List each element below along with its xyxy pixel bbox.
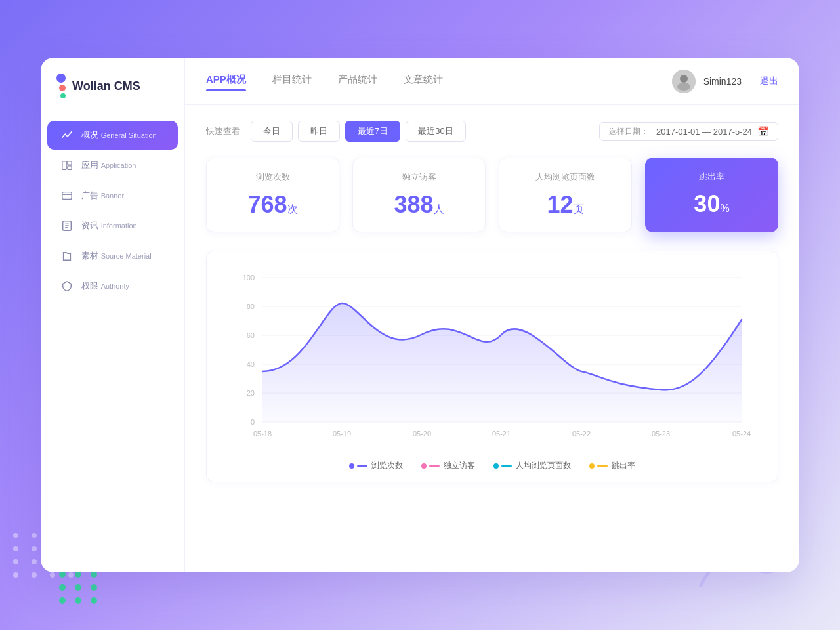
date-range-value: 2017-01-01 — 2017-5-24 <box>656 127 752 136</box>
stat-title-avg-pages: 人均浏览页面数 <box>515 171 616 183</box>
logout-button[interactable]: 退出 <box>760 75 778 87</box>
legend-visitors: 独立访客 <box>421 460 475 471</box>
avatar <box>672 70 696 93</box>
legend-dot-visitors <box>421 463 427 469</box>
legend-line-pageviews <box>357 465 368 467</box>
svg-text:05-20: 05-20 <box>413 430 431 438</box>
nav-label-cn-application: 应用 <box>81 160 98 170</box>
top-tabs: APP概况栏目统计产品统计文章统计 <box>206 74 672 89</box>
stat-unit-avg-pages: 页 <box>574 203 584 215</box>
nav-label-en-banner: Banner <box>101 192 124 200</box>
stat-card-avg-pages: 人均浏览页面数 12页 <box>499 158 632 232</box>
filter-btn-today[interactable]: 今日 <box>251 121 293 142</box>
date-range[interactable]: 选择日期： 2017-01-01 — 2017-5-24 📅 <box>599 122 778 141</box>
legend-label-bounce-rate: 跳出率 <box>612 460 635 471</box>
sidebar-item-authority[interactable]: 权限 Authority <box>47 272 178 301</box>
svg-text:20: 20 <box>247 389 255 397</box>
tab-product-stats[interactable]: 产品统计 <box>338 74 377 89</box>
line-chart: 100 80 60 40 20 0 <box>222 264 762 448</box>
stat-title-pageviews: 浏览次数 <box>222 171 323 183</box>
svg-text:80: 80 <box>247 303 255 310</box>
legend-line-visitors <box>429 465 440 467</box>
quick-filter: 快速查看 今日昨日最近7日最近30日 选择日期： 2017-01-01 — 20… <box>206 121 778 142</box>
filter-btn-last30days[interactable]: 最近30日 <box>406 121 465 142</box>
filter-label: 快速查看 <box>206 125 240 137</box>
filter-btn-yesterday[interactable]: 昨日 <box>298 121 340 142</box>
legend-label-visitors: 独立访客 <box>444 460 475 471</box>
sidebar: Wolian CMS 概况 General Situation 应用 Appli… <box>41 58 185 572</box>
sidebar-item-material[interactable]: 素材 Source Material <box>47 242 178 270</box>
nav-label-cn-banner: 广告 <box>81 190 98 200</box>
tab-column-stats[interactable]: 栏目统计 <box>272 74 312 89</box>
date-range-label: 选择日期： <box>609 126 648 137</box>
stat-card-visitors: 独立访客 388人 <box>352 158 486 232</box>
stat-unit-visitors: 人 <box>434 203 444 215</box>
nav-label-en-overview: General Situation <box>101 131 157 139</box>
username: Simin123 <box>704 76 742 87</box>
logo-icon <box>56 74 66 98</box>
sidebar-item-banner[interactable]: 广告 Banner <box>47 181 178 210</box>
nav-label-cn-material: 素材 <box>81 251 98 261</box>
sidebar-item-information[interactable]: 资讯 Information <box>47 211 178 240</box>
nav-label-en-authority: Authority <box>101 282 129 290</box>
app-title: Wolian CMS <box>72 79 140 93</box>
nav-label-en-material: Source Material <box>101 252 152 260</box>
nav-label-cn-overview: 概况 <box>81 130 98 140</box>
svg-rect-1 <box>68 161 72 165</box>
stat-value-avg-pages: 12页 <box>515 191 616 219</box>
chart-area-fill <box>262 303 742 422</box>
content-area: APP概况栏目统计产品统计文章统计 Simin123 退出 快速查看 今日昨 <box>185 58 799 572</box>
svg-rect-3 <box>62 192 72 200</box>
user-area: Simin123 退出 <box>672 70 778 93</box>
dashboard-body: 快速查看 今日昨日最近7日最近30日 选择日期： 2017-01-01 — 20… <box>185 105 799 572</box>
sidebar-item-overview[interactable]: 概况 General Situation <box>47 121 178 150</box>
stat-value-pageviews: 768次 <box>222 191 323 219</box>
svg-text:40: 40 <box>247 360 255 368</box>
nav-icon-banner <box>60 189 74 202</box>
svg-rect-2 <box>68 166 72 169</box>
filter-buttons: 今日昨日最近7日最近30日 <box>251 121 466 142</box>
legend-line-avg-pages <box>501 465 512 467</box>
svg-text:05-24: 05-24 <box>732 430 751 438</box>
svg-text:05-22: 05-22 <box>572 430 591 438</box>
svg-text:05-18: 05-18 <box>253 430 272 438</box>
logo-area: Wolian CMS <box>41 74 184 119</box>
stat-unit-pageviews: 次 <box>287 203 298 215</box>
svg-text:60: 60 <box>247 331 255 339</box>
legend-avg-pages: 人均浏览页面数 <box>494 460 571 471</box>
legend-label-pageviews: 浏览次数 <box>371 460 403 471</box>
stat-value-bounce-rate: 30% <box>661 190 763 218</box>
sidebar-item-application[interactable]: 应用 Application <box>47 151 178 180</box>
nav-label-en-application: Application <box>101 161 136 169</box>
svg-text:0: 0 <box>251 418 255 426</box>
tab-app-overview[interactable]: APP概况 <box>206 74 246 89</box>
filter-btn-last7days[interactable]: 最近7日 <box>345 121 400 142</box>
main-card: Wolian CMS 概况 General Situation 应用 Appli… <box>41 58 799 572</box>
legend-bounce-rate: 跳出率 <box>589 460 635 471</box>
nav-label-cn-information: 资讯 <box>81 220 98 230</box>
svg-text:05-19: 05-19 <box>333 430 351 438</box>
nav-icon-information <box>60 219 74 232</box>
top-nav: APP概况栏目统计产品统计文章统计 Simin123 退出 <box>185 58 799 105</box>
calendar-icon: 📅 <box>757 126 768 136</box>
stat-value-visitors: 388人 <box>369 191 469 219</box>
legend-label-avg-pages: 人均浏览页面数 <box>516 460 571 471</box>
legend-pageviews: 浏览次数 <box>349 460 403 471</box>
stat-card-pageviews: 浏览次数 768次 <box>206 158 339 232</box>
sidebar-nav: 概况 General Situation 应用 Application 广告 B… <box>41 119 184 302</box>
svg-point-10 <box>680 75 688 83</box>
legend-dot-avg-pages <box>494 463 499 469</box>
nav-icon-application <box>60 159 74 172</box>
stats-row: 浏览次数 768次 独立访客 388人 人均浏览页面数 12页 跳出率 30% <box>206 158 778 232</box>
nav-icon-material <box>60 249 74 262</box>
nav-label-cn-authority: 权限 <box>81 281 98 291</box>
nav-icon-overview <box>60 129 74 142</box>
nav-icon-authority <box>60 280 74 293</box>
tab-article-stats[interactable]: 文章统计 <box>404 74 443 89</box>
legend-dot-bounce-rate <box>589 463 595 469</box>
stat-title-visitors: 独立访客 <box>369 171 469 183</box>
legend-dot-pageviews <box>349 463 354 469</box>
svg-text:05-21: 05-21 <box>492 430 511 438</box>
stat-title-bounce-rate: 跳出率 <box>661 171 763 182</box>
svg-text:05-23: 05-23 <box>652 430 670 438</box>
